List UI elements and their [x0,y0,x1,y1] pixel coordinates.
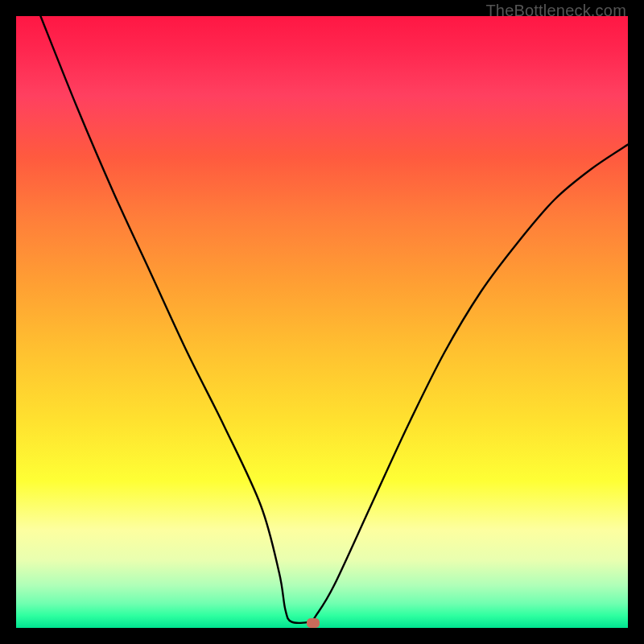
curve-svg [16,16,628,628]
chart-container: TheBottleneck.com [0,0,644,644]
bottleneck-curve [40,16,628,623]
optimal-point-marker [307,618,320,628]
watermark-text: TheBottleneck.com [485,2,626,20]
plot-area [16,16,628,628]
